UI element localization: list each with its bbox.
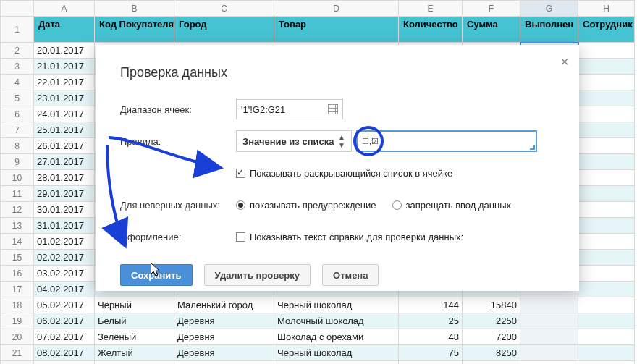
cell[interactable] [578,361,635,365]
cell[interactable]: 8250 [463,345,520,361]
cell[interactable] [578,106,635,122]
rowhead-1[interactable]: 1 [1,17,34,43]
rowhead-11[interactable]: 11 [1,186,34,202]
cell[interactable] [578,345,635,361]
show-dropdown-checkbox[interactable] [236,169,245,178]
cell[interactable] [520,313,578,329]
cell[interactable] [578,154,635,170]
header-H[interactable]: Сотрудник [578,17,635,43]
cell[interactable]: 26.01.2017 [34,138,95,154]
cell[interactable] [578,202,635,218]
cell[interactable] [463,361,520,365]
cell[interactable]: 07.02.2017 [34,329,95,345]
header-D[interactable]: Товар [274,17,399,43]
cell[interactable]: 25 [399,313,463,329]
header-E[interactable]: Количество [399,17,463,43]
cell[interactable] [520,297,578,313]
cell[interactable]: Маленький город [174,297,274,313]
cell[interactable]: Желтый [95,345,174,361]
rowhead-17[interactable]: 17 [1,282,34,297]
rowhead-7[interactable]: 7 [1,122,34,138]
range-input[interactable]: '1'!G2:G21 [236,99,343,119]
cell[interactable]: 27.01.2017 [34,154,95,170]
cell[interactable] [520,361,578,365]
rowhead-3[interactable]: 3 [1,59,34,75]
rowhead-10[interactable]: 10 [1,170,34,186]
rowhead-19[interactable]: 19 [1,313,34,329]
cell[interactable]: 75 [399,345,463,361]
rowhead-13[interactable]: 13 [1,218,34,234]
cell[interactable] [520,329,578,345]
cell[interactable] [578,59,635,75]
cell[interactable] [578,329,635,345]
col-G[interactable]: G [520,1,578,17]
cell[interactable]: 7200 [463,329,520,345]
cell[interactable]: 22.01.2017 [34,75,95,90]
cell[interactable]: 31.01.2017 [34,218,95,234]
range-picker-icon[interactable] [328,104,338,114]
cell[interactable]: 48 [399,329,463,345]
cell[interactable]: Черный шоколад [274,297,399,313]
cell[interactable] [578,266,635,282]
cell[interactable]: 02.02.2017 [34,250,95,266]
cell[interactable] [578,43,635,59]
delete-validation-button[interactable]: Удалить проверку [204,264,311,286]
appearance-checkbox[interactable] [236,232,245,242]
cell[interactable]: 30.01.2017 [34,202,95,218]
cell[interactable]: 28.01.2017 [34,170,95,186]
cell[interactable]: 29.01.2017 [34,186,95,202]
cell[interactable]: 15840 [463,297,520,313]
cell[interactable] [578,282,635,297]
cell[interactable] [520,345,578,361]
cancel-button[interactable]: Отмена [322,264,379,286]
cell[interactable] [399,361,463,365]
cell[interactable]: Деревня [174,329,274,345]
cell[interactable]: 04.02.2017 [34,282,95,297]
header-C[interactable]: Город [174,17,274,43]
rowhead-14[interactable]: 14 [1,234,34,250]
cell[interactable]: 144 [399,297,463,313]
col-E[interactable]: E [399,1,463,17]
col-A[interactable]: A [34,1,95,17]
col-F[interactable]: F [463,1,520,17]
cell[interactable]: 05.02.2017 [34,297,95,313]
cell[interactable]: 08.02.2017 [34,345,95,361]
header-A[interactable]: Дата [34,17,95,43]
cell[interactable] [578,297,635,313]
rowhead-9[interactable]: 9 [1,154,34,170]
rowhead-2[interactable]: 2 [1,43,34,59]
cell[interactable]: Черный шоколад [274,345,399,361]
cell[interactable] [34,361,95,365]
cell[interactable]: 03.02.2017 [34,266,95,282]
rowhead-18[interactable]: 18 [1,297,34,313]
invalid-reject-radio[interactable] [392,200,402,210]
cell[interactable]: Шоколад с орехами [274,329,399,345]
corner-cell[interactable] [1,1,34,17]
cell[interactable]: 2250 [463,313,520,329]
cell[interactable]: 06.02.2017 [34,313,95,329]
rowhead-5[interactable]: 5 [1,90,34,106]
rule-type-select[interactable]: Значение из списка ▲▼ [236,130,352,152]
cell[interactable]: 01.02.2017 [34,234,95,250]
cell[interactable] [578,75,635,90]
rowhead-22[interactable]: 22 [1,361,34,365]
invalid-warn-radio[interactable] [236,200,245,210]
cell[interactable] [174,361,274,365]
col-D[interactable]: D [274,1,399,17]
cell[interactable]: Молочный шоколад [274,313,399,329]
cell[interactable] [578,313,635,329]
cell[interactable]: 25.01.2017 [34,122,95,138]
rowhead-16[interactable]: 16 [1,266,34,282]
cell[interactable] [578,122,635,138]
cell[interactable]: 24.01.2017 [34,106,95,122]
cell[interactable] [578,138,635,154]
cell[interactable]: 23.01.2017 [34,90,95,106]
header-G[interactable]: Выполнен [520,17,578,43]
col-B[interactable]: B [95,1,174,17]
rowhead-12[interactable]: 12 [1,202,34,218]
cell[interactable] [578,234,635,250]
cell[interactable] [578,250,635,266]
rowhead-15[interactable]: 15 [1,250,34,266]
resize-handle-icon[interactable] [530,145,535,150]
cell[interactable]: Деревня [174,313,274,329]
